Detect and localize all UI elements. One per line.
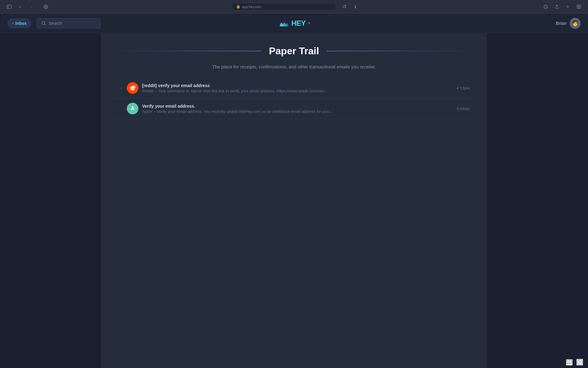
- user-area: Brian 🧑: [556, 18, 581, 29]
- tabs-button[interactable]: [575, 2, 583, 11]
- forward-icon: ›: [30, 4, 32, 10]
- search-placeholder: Search: [48, 21, 62, 26]
- bottom-bar: ?: [561, 356, 588, 368]
- header-line-left: [113, 51, 262, 51]
- browser-window-controls: ‹ ›: [5, 2, 36, 11]
- svg-rect-6: [577, 7, 579, 9]
- paper-trail-container: Paper Trail The place for receipts, conf…: [101, 33, 487, 131]
- hey-logo-icon: [278, 19, 289, 28]
- svg-rect-16: [567, 360, 572, 364]
- paper-trail-subtitle: The place for receipts, confirmations, a…: [113, 64, 475, 69]
- url-input[interactable]: 🔒 app.hey.com: [232, 3, 336, 10]
- browser-chrome: ‹ › 🔒 app.hey.com ↺ ℹ: [0, 0, 588, 13]
- reload-button[interactable]: ↺: [340, 2, 349, 11]
- reddit-icon: [129, 85, 136, 91]
- search-bar[interactable]: Search: [36, 18, 101, 29]
- email-item[interactable]: → A Verify your email address. Apple – V…: [113, 98, 475, 119]
- url-text: app.hey.com: [242, 5, 261, 9]
- back-icon: ‹: [19, 4, 21, 10]
- email-time: 4:13pm: [457, 86, 470, 90]
- email-time: 8:04am: [457, 106, 470, 111]
- email-content: Verify your email address. Apple – Verif…: [142, 104, 448, 114]
- svg-line-9: [45, 24, 46, 25]
- svg-rect-0: [7, 5, 11, 9]
- apple-avatar-letter: A: [131, 106, 134, 111]
- svg-point-13: [133, 88, 134, 88]
- right-sidebar: [487, 33, 588, 368]
- history-button[interactable]: [541, 2, 550, 11]
- new-tab-button[interactable]: +: [564, 2, 572, 11]
- user-name: Brian: [556, 21, 567, 26]
- email-forward-arrow: →: [118, 86, 123, 90]
- paper-trail-header: Paper Trail: [113, 45, 475, 57]
- svg-point-10: [130, 86, 135, 90]
- reload-icon: ↺: [342, 4, 346, 10]
- svg-rect-4: [577, 5, 579, 6]
- keyboard-toggle-button[interactable]: [566, 359, 573, 366]
- hey-logo[interactable]: HEY ▾: [278, 19, 309, 28]
- account-dropdown-icon[interactable]: ▾: [308, 21, 310, 25]
- search-icon: [42, 21, 46, 25]
- keyboard-icon: [567, 360, 572, 364]
- sidebar-toggle-button[interactable]: [5, 2, 13, 11]
- main-content: Paper Trail The place for receipts, conf…: [0, 33, 588, 368]
- left-sidebar: [0, 33, 101, 368]
- paper-trail-title: Paper Trail: [262, 45, 326, 57]
- content-panel: Paper Trail The place for receipts, conf…: [101, 33, 487, 368]
- sender-avatar-reddit: [127, 82, 138, 94]
- svg-rect-7: [579, 7, 581, 9]
- hey-text: HEY: [291, 19, 305, 28]
- plus-icon: +: [566, 4, 569, 10]
- help-button[interactable]: ?: [576, 359, 583, 366]
- email-list: →: [113, 78, 475, 119]
- back-chevron-icon: ‹: [12, 21, 13, 25]
- email-subject: [reddit] verify your email address: [142, 83, 448, 88]
- inbox-label: Inbox: [15, 21, 27, 26]
- url-bar[interactable]: 🔒 app.hey.com ↺ ℹ: [54, 2, 538, 11]
- header-line-right: [326, 51, 475, 51]
- svg-rect-5: [579, 5, 581, 6]
- user-avatar[interactable]: 🧑: [570, 18, 581, 29]
- share-button[interactable]: [552, 2, 561, 11]
- svg-point-12: [131, 88, 132, 88]
- back-button[interactable]: ‹: [16, 2, 24, 11]
- theme-toggle: [42, 2, 50, 11]
- email-item[interactable]: →: [113, 78, 475, 98]
- lock-icon: 🔒: [236, 5, 240, 9]
- sender-avatar-apple: A: [127, 103, 138, 114]
- info-icon: ℹ: [355, 4, 356, 9]
- email-preview: Reddit – Your username is: blymd Visit t…: [142, 89, 448, 93]
- svg-point-8: [42, 21, 45, 24]
- inbox-button[interactable]: ‹ Inbox: [7, 18, 32, 28]
- app-toolbar: ‹ Inbox Search HEY ▾ Brian 🧑: [0, 13, 588, 33]
- svg-line-15: [133, 86, 135, 86]
- email-preview: Apple – Verify your email address. You r…: [142, 109, 448, 114]
- email-content: [reddit] verify your email address Reddi…: [142, 83, 448, 93]
- browser-right-controls: +: [541, 2, 583, 11]
- forward-button[interactable]: ›: [27, 2, 36, 11]
- help-icon: ?: [577, 359, 582, 365]
- info-button[interactable]: ℹ: [351, 2, 360, 11]
- email-subject: Verify your email address.: [142, 104, 448, 109]
